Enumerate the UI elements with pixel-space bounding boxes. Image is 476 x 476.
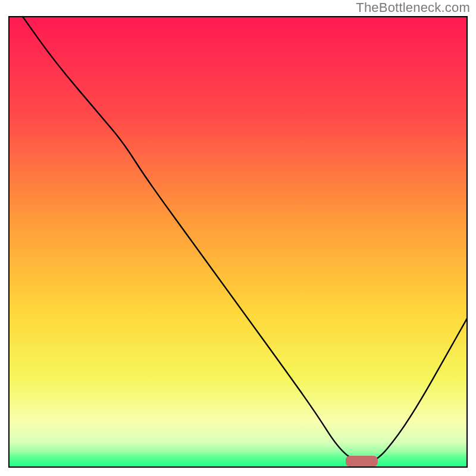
chart-container: TheBottleneck.com	[0, 0, 476, 476]
bottleneck-chart	[0, 0, 476, 476]
optimal-range-marker	[346, 456, 378, 466]
plot-background	[9, 17, 467, 467]
